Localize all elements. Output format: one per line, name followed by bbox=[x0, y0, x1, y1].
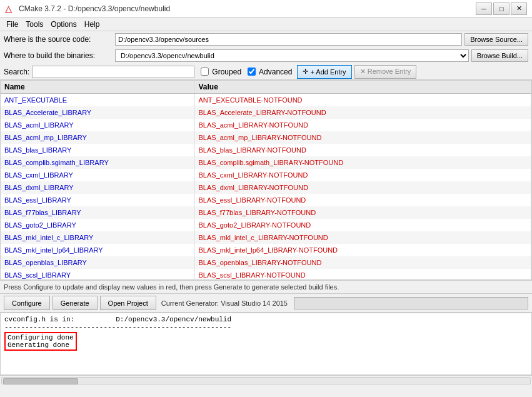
window-controls: ─ □ ✕ bbox=[476, 3, 527, 15]
table-row[interactable]: BLAS_f77blas_LIBRARYBLAS_f77blas_LIBRARY… bbox=[1, 206, 531, 219]
value-cell: BLAS_mkl_intel_c_LIBRARY-NOTFOUND bbox=[194, 231, 531, 244]
build-row: Where to build the binaries: D:/opencv3.… bbox=[0, 48, 532, 64]
value-cell: BLAS_essl_LIBRARY-NOTFOUND bbox=[194, 194, 531, 206]
add-entry-button[interactable]: ✛ + Add Entry bbox=[297, 65, 351, 79]
menu-file[interactable]: File bbox=[3, 19, 22, 29]
titlebar-left: △ CMake 3.7.2 - D:/opencv3.3/opencv/newb… bbox=[5, 4, 170, 14]
generator-label: Current Generator: Visual Studio 14 2015 bbox=[161, 299, 288, 307]
search-bar: Search: Grouped Advanced ✛ + Add Entry ✕… bbox=[0, 64, 532, 80]
value-cell: BLAS_cxml_LIBRARY-NOTFOUND bbox=[194, 169, 531, 181]
value-cell: BLAS_blas_LIBRARY-NOTFOUND bbox=[194, 144, 531, 156]
build-label: Where to build the binaries: bbox=[4, 51, 115, 60]
titlebar: △ CMake 3.7.2 - D:/opencv3.3/opencv/newb… bbox=[0, 0, 532, 18]
open-project-button[interactable]: Open Project bbox=[100, 296, 156, 310]
name-cell: BLAS_goto2_LIBRARY bbox=[1, 219, 194, 231]
name-cell: BLAS_Accelerate_LIBRARY bbox=[1, 106, 194, 119]
name-cell: BLAS_mkl_intel_lp64_LIBRARY bbox=[1, 244, 194, 256]
output-done-box: Configuring done Generating done bbox=[4, 332, 77, 351]
menu-tools[interactable]: Tools bbox=[22, 19, 47, 29]
name-cell: BLAS_blas_LIBRARY bbox=[1, 144, 194, 156]
value-cell: BLAS_dxml_LIBRARY-NOTFOUND bbox=[194, 181, 531, 194]
status-bar: Press Configure to update and display ne… bbox=[0, 280, 532, 294]
table-row[interactable]: BLAS_openblas_LIBRARYBLAS_openblas_LIBRA… bbox=[1, 256, 531, 269]
value-cell: BLAS_scsl_LIBRARY-NOTFOUND bbox=[194, 269, 531, 281]
table-row[interactable]: BLAS_complib.sgimath_LIBRARYBLAS_complib… bbox=[1, 156, 531, 169]
table-row[interactable]: BLAS_dxml_LIBRARYBLAS_dxml_LIBRARY-NOTFO… bbox=[1, 181, 531, 194]
maximize-button[interactable]: □ bbox=[493, 3, 509, 15]
name-cell: BLAS_f77blas_LIBRARY bbox=[1, 206, 194, 219]
advanced-label: Advanced bbox=[259, 68, 292, 76]
entries-table-container[interactable]: Name Value ANT_EXECUTABLEANT_EXECUTABLE-… bbox=[0, 80, 532, 280]
name-cell: ANT_EXECUTABLE bbox=[1, 94, 194, 106]
table-row[interactable]: BLAS_scsl_LIBRARYBLAS_scsl_LIBRARY-NOTFO… bbox=[1, 269, 531, 281]
table-row[interactable]: BLAS_goto2_LIBRARYBLAS_goto2_LIBRARY-NOT… bbox=[1, 219, 531, 231]
table-row[interactable]: BLAS_mkl_intel_c_LIBRARYBLAS_mkl_intel_c… bbox=[1, 231, 531, 244]
build-input[interactable]: D:/opencv3.3/opencv/newbulid bbox=[115, 49, 469, 62]
generate-button[interactable]: Generate bbox=[53, 296, 98, 310]
name-cell: BLAS_complib.sgimath_LIBRARY bbox=[1, 156, 194, 169]
name-cell: BLAS_openblas_LIBRARY bbox=[1, 256, 194, 269]
name-cell: BLAS_dxml_LIBRARY bbox=[1, 181, 194, 194]
output-configuring-done: Configuring done bbox=[8, 334, 74, 341]
grouped-checkbox-group: Grouped bbox=[201, 68, 241, 76]
value-cell: ANT_EXECUTABLE-NOTFOUND bbox=[194, 94, 531, 106]
name-column-header: Name bbox=[1, 81, 194, 94]
value-cell: BLAS_Accelerate_LIBRARY-NOTFOUND bbox=[194, 106, 531, 119]
status-message: Press Configure to update and display ne… bbox=[4, 283, 339, 291]
source-row: Where is the source code: Browse Source.… bbox=[0, 31, 532, 48]
output-line-2: ----------------------------------------… bbox=[4, 323, 528, 331]
name-cell: BLAS_scsl_LIBRARY bbox=[1, 269, 194, 281]
configure-button[interactable]: Configure bbox=[4, 296, 50, 310]
table-row[interactable]: BLAS_essl_LIBRARYBLAS_essl_LIBRARY-NOTFO… bbox=[1, 194, 531, 206]
progress-bar bbox=[294, 297, 528, 309]
name-cell: BLAS_essl_LIBRARY bbox=[1, 194, 194, 206]
hscroll-track[interactable] bbox=[1, 377, 531, 384]
entries-table: Name Value ANT_EXECUTABLEANT_EXECUTABLE-… bbox=[1, 81, 531, 280]
name-cell: BLAS_mkl_intel_c_LIBRARY bbox=[1, 231, 194, 244]
window-title: CMake 3.7.2 - D:/opencv3.3/opencv/newbul… bbox=[19, 4, 170, 13]
name-cell: BLAS_acml_LIBRARY bbox=[1, 119, 194, 131]
bottom-toolbar: Configure Generate Open Project Current … bbox=[0, 294, 532, 313]
value-cell: BLAS_goto2_LIBRARY-NOTFOUND bbox=[194, 219, 531, 231]
search-label: Search: bbox=[4, 68, 29, 76]
grouped-checkbox[interactable] bbox=[201, 68, 209, 76]
name-cell: BLAS_cxml_LIBRARY bbox=[1, 169, 194, 181]
advanced-checkbox[interactable] bbox=[248, 68, 256, 76]
table-header-row: Name Value bbox=[1, 81, 531, 94]
source-input[interactable] bbox=[115, 33, 462, 46]
value-column-header: Value bbox=[194, 81, 531, 94]
browse-source-button[interactable]: Browse Source... bbox=[464, 33, 528, 46]
table-row[interactable]: BLAS_Accelerate_LIBRARYBLAS_Accelerate_L… bbox=[1, 106, 531, 119]
remove-entry-button[interactable]: ✕ Remove Entry bbox=[354, 65, 417, 79]
grouped-label: Grouped bbox=[212, 68, 241, 76]
table-row[interactable]: ANT_EXECUTABLEANT_EXECUTABLE-NOTFOUND bbox=[1, 94, 531, 106]
value-cell: BLAS_mkl_intel_lp64_LIBRARY-NOTFOUND bbox=[194, 244, 531, 256]
hscroll-thumb[interactable] bbox=[3, 378, 78, 384]
minimize-button[interactable]: ─ bbox=[476, 3, 492, 15]
advanced-checkbox-group: Advanced bbox=[248, 68, 292, 76]
table-row[interactable]: BLAS_acml_mp_LIBRARYBLAS_acml_mp_LIBRARY… bbox=[1, 131, 531, 144]
name-cell: BLAS_acml_mp_LIBRARY bbox=[1, 131, 194, 144]
menubar: File Tools Options Help bbox=[0, 18, 532, 31]
value-cell: BLAS_openblas_LIBRARY-NOTFOUND bbox=[194, 256, 531, 269]
value-cell: BLAS_f77blas_LIBRARY-NOTFOUND bbox=[194, 206, 531, 219]
table-row[interactable]: BLAS_acml_LIBRARYBLAS_acml_LIBRARY-NOTFO… bbox=[1, 119, 531, 131]
menu-options[interactable]: Options bbox=[47, 19, 80, 29]
output-area[interactable]: cvconfig.h is in: D:/opencv3.3/opencv/ne… bbox=[0, 313, 532, 375]
add-entry-label: + Add Entry bbox=[310, 68, 346, 76]
table-row[interactable]: BLAS_cxml_LIBRARYBLAS_cxml_LIBRARY-NOTFO… bbox=[1, 169, 531, 181]
menu-help[interactable]: Help bbox=[81, 19, 104, 29]
source-label: Where is the source code: bbox=[4, 35, 115, 44]
value-cell: BLAS_acml_LIBRARY-NOTFOUND bbox=[194, 119, 531, 131]
close-button[interactable]: ✕ bbox=[511, 3, 527, 15]
table-row[interactable]: BLAS_mkl_intel_lp64_LIBRARYBLAS_mkl_inte… bbox=[1, 244, 531, 256]
output-line-1: cvconfig.h is in: D:/opencv3.3/opencv/ne… bbox=[4, 316, 528, 323]
search-input[interactable] bbox=[32, 66, 194, 78]
plus-icon: ✛ bbox=[303, 68, 308, 76]
table-body: ANT_EXECUTABLEANT_EXECUTABLE-NOTFOUNDBLA… bbox=[1, 94, 531, 281]
cmake-logo: △ bbox=[5, 4, 15, 14]
browse-build-button[interactable]: Browse Build... bbox=[471, 49, 528, 62]
value-cell: BLAS_acml_mp_LIBRARY-NOTFOUND bbox=[194, 131, 531, 144]
horizontal-scrollbar[interactable] bbox=[0, 375, 532, 385]
table-row[interactable]: BLAS_blas_LIBRARYBLAS_blas_LIBRARY-NOTFO… bbox=[1, 144, 531, 156]
